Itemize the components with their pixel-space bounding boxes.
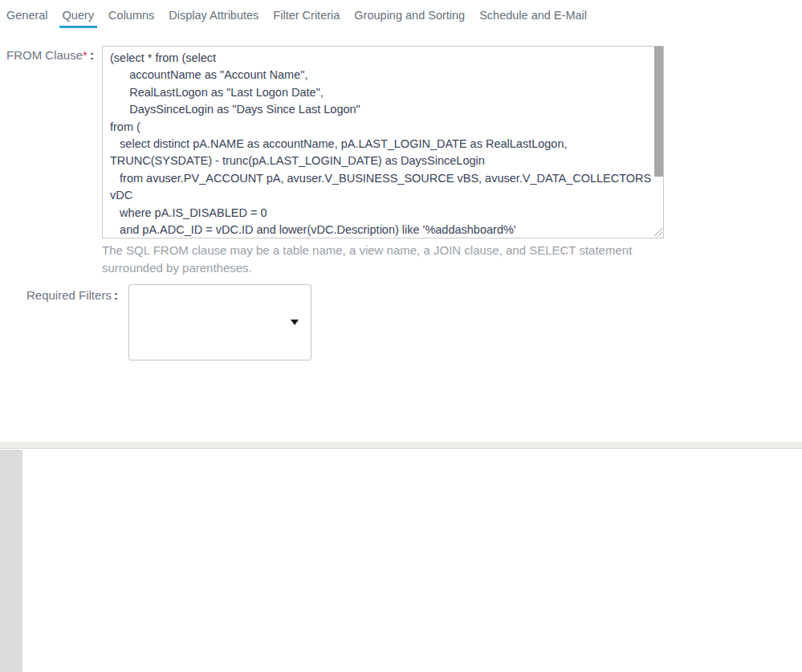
required-filters-label: Required Filters: [26, 288, 118, 302]
tab-grouping-and-sorting[interactable]: Grouping and Sorting [354, 9, 465, 31]
tab-columns[interactable]: Columns [108, 9, 154, 31]
from-clause-label-text: FROM Clause [6, 48, 83, 62]
tab-display-attributes[interactable]: Display Attributes [169, 9, 259, 31]
left-gutter-strip [0, 450, 22, 672]
page: GeneralQueryColumnsDisplay AttributesFil… [0, 0, 802, 672]
tab-bar: GeneralQueryColumnsDisplay AttributesFil… [6, 9, 587, 31]
required-filters-select[interactable] [128, 284, 311, 360]
tab-schedule-and-e-mail[interactable]: Schedule and E-Mail [479, 9, 587, 31]
from-clause-help-text: The SQL FROM clause may be a table name,… [102, 242, 638, 277]
section-divider [0, 442, 802, 449]
required-filters-colon: : [112, 288, 118, 302]
from-clause-label: FROM Clause*: [6, 48, 94, 62]
required-filters-label-text: Required Filters [26, 288, 112, 302]
tab-query[interactable]: Query [63, 9, 95, 31]
from-clause-field: (select * from (select accountName as "A… [102, 46, 664, 238]
from-clause-colon: : [88, 48, 94, 62]
tab-general[interactable]: General [6, 9, 48, 31]
report-preview-panel: Active AD Accounts - Days Since Last Log… [0, 450, 802, 672]
required-marker: * [83, 48, 88, 62]
tab-filter-criteria[interactable]: Filter Criteria [273, 9, 340, 31]
dropdown-arrow-icon[interactable] [291, 320, 299, 325]
from-clause-textarea[interactable]: (select * from (select accountName as "A… [102, 46, 664, 238]
